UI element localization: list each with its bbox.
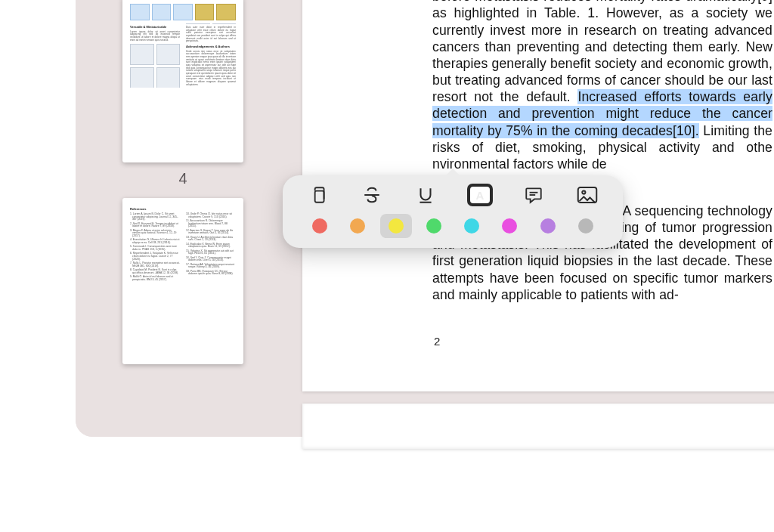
svg-rect-0: [315, 191, 324, 203]
text-column-left[interactable]: to as metastasis and it is a defining ch…: [432, 0, 772, 172]
copy-tool[interactable]: [305, 184, 331, 206]
thumbnail-page-3[interactable]: Versatile & Miniaturizable Lorem ipsum d…: [122, 0, 243, 162]
thumbnail-sidebar: 3 Versatile & Miniaturizable Lorem ipsum…: [76, 0, 290, 437]
color-swatch-red[interactable]: [304, 214, 336, 238]
color-swatch-orange[interactable]: [342, 214, 373, 238]
color-swatch-green[interactable]: [418, 214, 450, 238]
color-swatch-cyan[interactable]: [456, 214, 488, 238]
annotation-color-row: [302, 214, 603, 238]
annotation-tool-row: A: [302, 184, 603, 206]
color-swatch-purple[interactable]: [532, 214, 564, 238]
page-number: 2: [434, 335, 440, 348]
highlight-tool[interactable]: A: [467, 184, 493, 206]
document-page-next[interactable]: [302, 404, 774, 449]
color-swatch-gray[interactable]: [570, 214, 602, 238]
color-swatch-yellow[interactable]: [380, 214, 412, 238]
strikethrough-tool[interactable]: [359, 184, 385, 206]
svg-text:A: A: [475, 189, 484, 202]
comment-tool[interactable]: [521, 184, 546, 206]
color-swatch-pink[interactable]: [494, 214, 525, 238]
annotation-popover: A: [283, 175, 623, 248]
popover-caret: [445, 169, 460, 176]
svg-point-8: [582, 190, 585, 193]
underline-tool[interactable]: [413, 184, 438, 206]
thumbnail-page-4[interactable]: References 1. Lorem A, Ipsum B, Dolor C.…: [122, 198, 243, 364]
page-label: 4: [76, 170, 290, 187]
image-tool[interactable]: [574, 184, 600, 206]
